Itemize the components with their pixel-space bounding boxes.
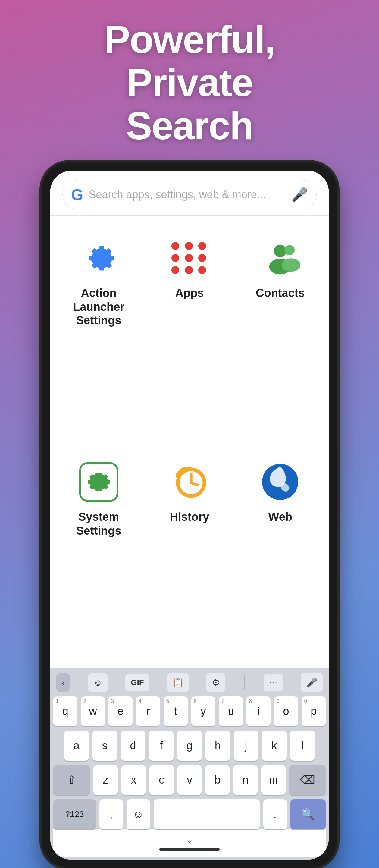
keyboard-row-4: ?123 , ☺ . 🔍 [53,799,326,830]
action-launcher-label: ActionLauncherSettings [73,286,124,328]
keyboard-row-2: a s d f g h j k l [53,731,326,761]
web-icon [259,461,301,503]
keyboard-settings-button[interactable]: ⚙ [207,673,225,692]
key-d[interactable]: d [121,731,146,761]
keyboard-rows: 1q 2w 3e 4r 5t 6y 7u 8i 9o 0p a s d f [53,696,326,830]
apps-icon [168,237,211,279]
keyboard-toolbar-divider [244,675,245,690]
app-item-contacts[interactable]: Contacts [238,228,323,446]
system-settings-label: SystemSettings [76,510,121,538]
svg-point-3 [282,258,300,272]
key-h[interactable]: h [206,731,230,761]
key-w[interactable]: 2w [81,696,105,726]
svg-line-6 [191,483,197,485]
key-l[interactable]: l [290,731,315,761]
key-j[interactable]: j [234,731,258,761]
key-p[interactable]: 0p [302,696,326,726]
keyboard-bottom-bar: ⌄ [53,830,326,857]
key-a[interactable]: a [64,731,89,761]
keyboard-voice-button[interactable]: 🎤 [301,673,323,692]
keyboard-row-1: 1q 2w 3e 4r 5t 6y 7u 8i 9o 0p [53,696,326,726]
key-z[interactable]: z [93,765,118,795]
search-bar[interactable]: G Search apps, settings, web & more... 🎤 [62,180,317,210]
keyboard-emoji-panel-button[interactable]: ☺ [88,673,108,692]
key-e[interactable]: 3e [108,696,132,726]
key-comma[interactable]: , [99,799,123,830]
key-o[interactable]: 9o [274,696,298,726]
keyboard-more-button[interactable]: ··· [264,674,283,691]
headline-text: Powerful, Private Search [104,18,275,147]
system-settings-icon [78,461,120,503]
history-label: History [170,510,210,524]
app-item-apps[interactable]: Apps [147,228,232,446]
keyboard-gif-button[interactable]: GIF [125,674,149,691]
key-u[interactable]: 7u [219,696,243,726]
keyboard-back-button[interactable]: ‹ [56,673,70,692]
search-bar-container: G Search apps, settings, web & more... 🎤 [50,171,329,216]
key-emoji[interactable]: ☺ [127,799,150,830]
key-q[interactable]: 1q [53,696,77,726]
key-t[interactable]: 5t [164,696,188,726]
keyboard: ‹ ☺ GIF 📋 ⚙ ··· 🎤 1q 2w 3e 4r 5t 6y [50,668,329,860]
app-item-web[interactable]: Web [238,452,323,656]
key-g[interactable]: g [177,731,202,761]
key-space[interactable] [154,799,260,830]
key-m[interactable]: m [261,765,286,795]
app-item-action-launcher[interactable]: ActionLauncherSettings [56,228,141,446]
microphone-icon[interactable]: 🎤 [291,187,308,203]
keyboard-row-3: ⇧ z x c v b n m ⌫ [53,765,326,795]
key-i[interactable]: 8i [247,696,271,726]
key-shift[interactable]: ⇧ [53,765,90,795]
search-placeholder: Search apps, settings, web & more... [89,188,286,201]
key-v[interactable]: v [178,765,202,795]
home-indicator [159,848,220,850]
keyboard-clipboard-button[interactable]: 📋 [167,673,189,692]
key-period[interactable]: . [263,799,287,830]
action-launcher-icon [78,237,120,279]
headline-line2: Private [126,61,253,104]
app-item-system-settings[interactable]: SystemSettings [56,452,141,656]
web-label: Web [269,510,292,524]
headline-line3: Search [126,104,253,148]
svg-point-2 [285,245,295,255]
phone-device: G Search apps, settings, web & more... 🎤… [42,162,337,868]
apps-label: Apps [175,286,204,300]
key-n[interactable]: n [233,765,258,795]
headline-line1: Powerful, [104,18,275,61]
google-logo: G [71,186,83,204]
app-item-history[interactable]: History [147,452,232,656]
key-k[interactable]: k [262,731,286,761]
key-b[interactable]: b [205,765,229,795]
contacts-icon [259,237,301,279]
contacts-label: Contacts [256,286,305,300]
key-c[interactable]: c [150,765,174,795]
key-f[interactable]: f [149,731,173,761]
key-x[interactable]: x [121,765,146,795]
key-r[interactable]: 4r [136,696,160,726]
phone-screen: G Search apps, settings, web & more... 🎤… [50,171,329,860]
history-icon [168,461,211,503]
key-y[interactable]: 6y [191,696,215,726]
keyboard-toolbar: ‹ ☺ GIF 📋 ⚙ ··· 🎤 [53,673,326,696]
app-grid: ActionLauncherSettings Apps [50,216,329,668]
keyboard-collapse-icon[interactable]: ⌄ [185,833,194,846]
key-backspace[interactable]: ⌫ [289,765,326,795]
key-symbols[interactable]: ?123 [53,799,96,830]
key-s[interactable]: s [93,731,117,761]
key-search[interactable]: 🔍 [290,799,326,830]
